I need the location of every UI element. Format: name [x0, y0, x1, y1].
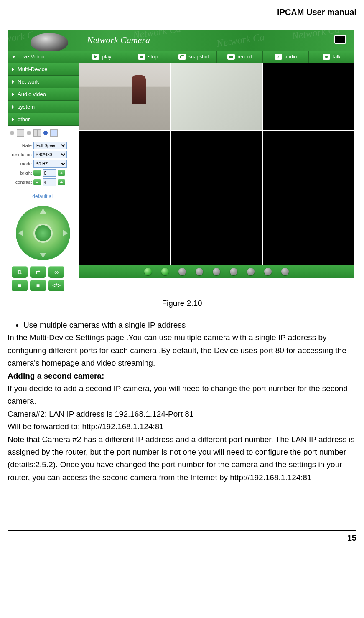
- contrast-input[interactable]: [43, 178, 56, 186]
- video-cell-2[interactable]: [171, 63, 262, 130]
- sidebar-item-label: other: [18, 116, 30, 122]
- button-label: snapshot: [188, 54, 209, 60]
- io-on-button[interactable]: ■: [12, 280, 28, 291]
- contrast-plus-button[interactable]: +: [58, 179, 65, 185]
- button-label: play: [102, 54, 111, 60]
- grid-layout-selector: [8, 126, 79, 140]
- indicator-2[interactable]: [161, 268, 169, 275]
- video-grid: [79, 63, 354, 265]
- contrast-minus-button[interactable]: −: [33, 179, 41, 185]
- sidebar-item-label: Audio video: [18, 91, 46, 97]
- fullscreen-icon[interactable]: [334, 35, 346, 44]
- layout-radio-3[interactable]: [43, 131, 48, 135]
- mode-label: mode: [10, 161, 32, 166]
- indicator-5[interactable]: [213, 268, 220, 275]
- chevron-right-icon: [12, 117, 14, 122]
- record-icon: [227, 54, 235, 60]
- chevron-right-icon: [12, 80, 14, 84]
- sidebar-item-system[interactable]: system: [8, 101, 79, 113]
- io-off-button[interactable]: ■: [30, 280, 46, 291]
- bullet-item: Use multiple cameras with a single IP ad…: [23, 319, 356, 331]
- mode-select[interactable]: 50 HZ: [33, 160, 67, 168]
- sidebar-item-network[interactable]: Net work: [8, 76, 79, 88]
- ptz-up-button[interactable]: [40, 209, 46, 214]
- indicator-9[interactable]: [281, 268, 289, 275]
- infinity-icon: ∞: [54, 269, 59, 275]
- video-cell-7[interactable]: [79, 198, 170, 265]
- button-label: stop: [148, 54, 158, 60]
- rate-select[interactable]: Full-Speed: [33, 142, 67, 149]
- ptz-right-button[interactable]: [63, 230, 68, 237]
- video-cell-4[interactable]: [79, 131, 170, 198]
- layout-2x2-icon[interactable]: [33, 129, 41, 137]
- paragraph: Note that Camera #2 has a different IP a…: [8, 433, 356, 484]
- layout-radio-2[interactable]: [27, 131, 31, 135]
- video-cell-5[interactable]: [171, 131, 262, 198]
- play-button[interactable]: play: [79, 51, 125, 63]
- video-cell-6[interactable]: [263, 131, 354, 198]
- microphone-icon: [323, 54, 330, 60]
- layout-1x1-icon[interactable]: [17, 129, 24, 137]
- indicator-1[interactable]: [144, 268, 152, 275]
- indicator-6[interactable]: [230, 268, 237, 275]
- contrast-label: contrast: [10, 180, 32, 185]
- paragraph: Camera#2: LAN IP address is 192.168.1.12…: [8, 408, 356, 420]
- sidebar-item-live-video[interactable]: Live Video: [8, 51, 79, 63]
- button-label: talk: [333, 54, 341, 60]
- sidebar-item-multi-device[interactable]: Multi-Device: [8, 63, 79, 76]
- video-cell-1[interactable]: [79, 63, 170, 130]
- code-button[interactable]: </>: [48, 280, 64, 291]
- app-banner: Network C Network Ca Network Ca Network …: [8, 30, 354, 51]
- paragraph: If you decide to add a second IP camera,…: [8, 382, 356, 408]
- bright-plus-button[interactable]: +: [58, 170, 65, 176]
- play-icon: [92, 54, 99, 60]
- video-cell-3[interactable]: [263, 63, 354, 130]
- resolution-label: resolution: [10, 152, 32, 157]
- video-settings: Rate Full-Speed resolution 640*480 mode …: [8, 140, 79, 192]
- square-icon: ■: [18, 282, 21, 289]
- horizontal-arrows-icon: ⇄: [36, 269, 41, 275]
- page-footer: 15: [8, 530, 356, 543]
- snapshot-button[interactable]: snapshot: [171, 51, 216, 63]
- layout-radio-1[interactable]: [10, 131, 14, 135]
- camera-dome-icon: [31, 33, 68, 51]
- chevron-down-icon: [12, 56, 16, 58]
- paragraph: Will be forwarded to: http://192.168.1.1…: [8, 420, 356, 433]
- stop-icon: [138, 54, 145, 60]
- rate-label: Rate: [10, 143, 32, 148]
- chevron-right-icon: [12, 92, 14, 97]
- ptz-down-button[interactable]: [40, 253, 46, 258]
- indicator-8[interactable]: [264, 268, 272, 275]
- record-button[interactable]: record: [216, 51, 262, 63]
- loop-button[interactable]: ∞: [48, 266, 64, 278]
- video-cell-8[interactable]: [171, 198, 262, 265]
- indicator-7[interactable]: [247, 268, 255, 275]
- camera-url-link[interactable]: http://192.168.1.124:81: [230, 473, 311, 482]
- vpatrol-button[interactable]: ⇅: [12, 266, 28, 278]
- code-icon: </>: [52, 282, 61, 289]
- default-all-link[interactable]: default all: [8, 192, 79, 203]
- stop-button[interactable]: stop: [125, 51, 171, 63]
- sidebar: Live Video Multi-Device Net work Audio v…: [8, 51, 79, 295]
- indicator-3[interactable]: [178, 268, 186, 275]
- channel-indicators: [79, 265, 354, 278]
- ptz-left-button[interactable]: [18, 230, 23, 237]
- bright-input[interactable]: [43, 169, 56, 177]
- audio-icon: [275, 54, 282, 60]
- sidebar-item-audio-video[interactable]: Audio video: [8, 88, 79, 101]
- chevron-right-icon: [12, 105, 14, 109]
- square-icon: ■: [36, 282, 40, 289]
- bright-minus-button[interactable]: −: [33, 170, 41, 176]
- hpatrol-button[interactable]: ⇄: [30, 266, 46, 278]
- layout-3x3-icon[interactable]: [50, 129, 58, 137]
- sidebar-item-other[interactable]: other: [8, 113, 79, 126]
- indicator-4[interactable]: [196, 268, 203, 275]
- button-label: audio: [285, 54, 297, 60]
- bright-label: bright: [10, 170, 32, 175]
- ptz-center-button[interactable]: [33, 224, 53, 243]
- resolution-select[interactable]: 640*480: [33, 151, 67, 158]
- talk-button[interactable]: talk: [308, 51, 354, 63]
- video-cell-9[interactable]: [263, 198, 354, 265]
- sidebar-item-label: Net work: [18, 79, 39, 85]
- audio-button[interactable]: audio: [262, 51, 308, 63]
